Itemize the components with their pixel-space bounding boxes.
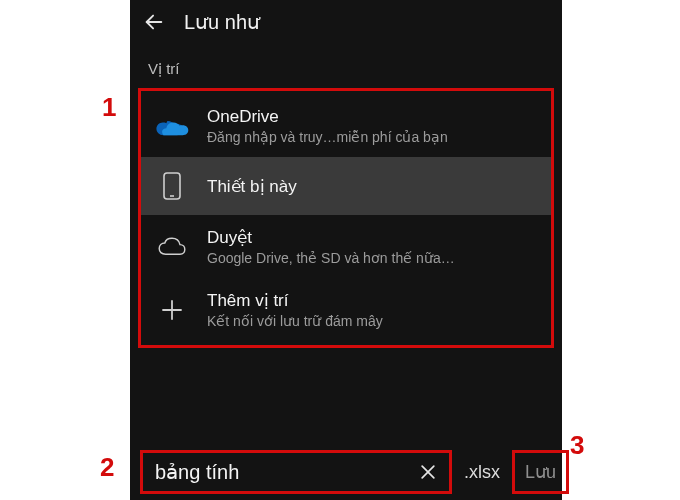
- location-sub: Kết nối với lưu trữ đám mây: [207, 313, 537, 329]
- location-name: Duyệt: [207, 227, 537, 248]
- location-name: Thiết bị này: [207, 176, 537, 197]
- section-label-location: Vị trí: [130, 44, 562, 88]
- location-add-place[interactable]: Thêm vị trí Kết nối với lưu trữ đám mây: [141, 278, 551, 341]
- page-title: Lưu như: [184, 10, 260, 34]
- cloud-outline-icon: [155, 230, 189, 264]
- location-name: OneDrive: [207, 107, 537, 127]
- annotation-1: 1: [102, 92, 116, 123]
- save-as-panel: Lưu như Vị trí OneDrive Đăng nhập và tru…: [130, 0, 562, 500]
- location-browse[interactable]: Duyệt Google Drive, thẻ SD và hơn thế nữ…: [141, 215, 551, 278]
- file-extension-label: .xlsx: [458, 462, 506, 483]
- location-name: Thêm vị trí: [207, 290, 537, 311]
- location-onedrive[interactable]: OneDrive Đăng nhập và truy…miễn phí của …: [141, 95, 551, 157]
- location-sub: Đăng nhập và truy…miễn phí của bạn: [207, 129, 537, 145]
- back-button[interactable]: [142, 10, 166, 34]
- location-this-device[interactable]: Thiết bị này: [141, 157, 551, 215]
- annotation-3: 3: [570, 430, 584, 461]
- annotation-2: 2: [100, 452, 114, 483]
- save-button-wrap: Lưu: [512, 450, 569, 494]
- header: Lưu như: [130, 0, 562, 44]
- plus-icon: [155, 293, 189, 327]
- locations-list: OneDrive Đăng nhập và truy…miễn phí của …: [138, 88, 554, 348]
- filename-field-wrap: [140, 450, 452, 494]
- clear-filename-button[interactable]: [415, 459, 441, 485]
- phone-icon: [155, 169, 189, 203]
- onedrive-cloud-icon: [155, 109, 189, 143]
- location-sub: Google Drive, thẻ SD và hơn thế nữa…: [207, 250, 537, 266]
- filename-input[interactable]: [155, 461, 409, 484]
- svg-rect-1: [164, 173, 180, 199]
- bottom-bar: .xlsx Lưu: [130, 444, 562, 500]
- save-button[interactable]: Lưu: [525, 461, 556, 483]
